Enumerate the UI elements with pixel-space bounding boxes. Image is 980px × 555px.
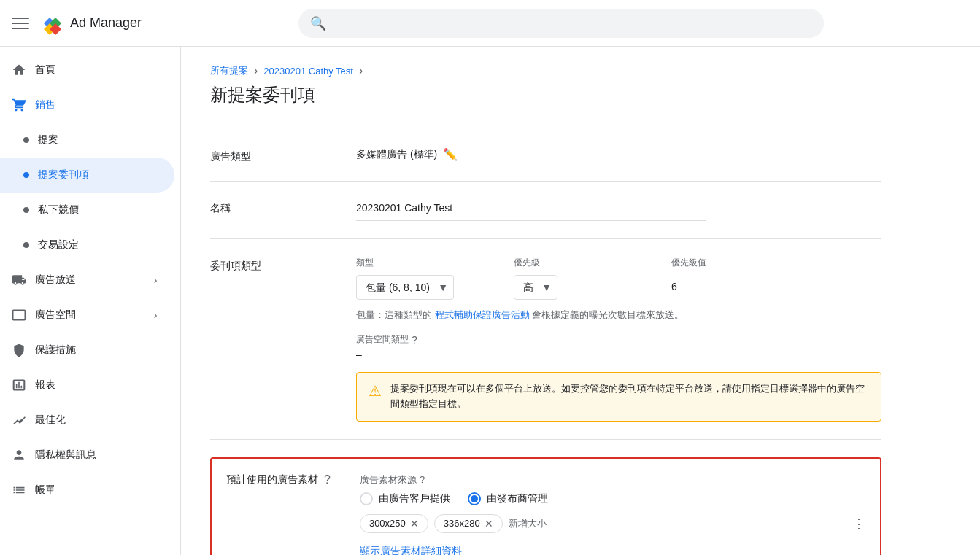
- creative-inner: 預計使用的廣告素材 ? 廣告素材來源 ? 由廣告客戶提供: [226, 473, 865, 555]
- search-box[interactable]: 🔍: [298, 9, 824, 38]
- sidebar-item-protection[interactable]: 保護措施: [0, 333, 174, 368]
- sidebar-item-account[interactable]: 帳單: [0, 473, 174, 508]
- size-336-label: 336x280: [444, 518, 480, 529]
- logo: Ad Manager: [41, 12, 142, 35]
- ad-type-value: 多媒體廣告 (標準) ✏️: [356, 147, 881, 161]
- home-icon: [12, 63, 26, 77]
- sidebar-item-reports[interactable]: 報表: [0, 368, 174, 403]
- sidebar-label-protection: 保護措施: [35, 344, 76, 357]
- more-options-icon[interactable]: ⋮: [852, 516, 865, 532]
- priority-select-wrapper: 高 ▼: [514, 275, 557, 300]
- type-select-wrapper: 包量 (6, 8, 10) ▼: [356, 275, 454, 300]
- person-icon: [12, 448, 26, 462]
- name-field-line: [356, 220, 706, 221]
- ad-type-value-container: 多媒體廣告 (標準) ✏️: [356, 147, 881, 163]
- logo-icon: [41, 12, 64, 35]
- priority-sublabel: 優先級: [514, 257, 660, 269]
- warning-box: ⚠ 提案委刊項現在可以在多個平台上放送。如要控管您的委刊項在特定平台放送，請使用…: [356, 372, 881, 422]
- name-input[interactable]: [356, 199, 881, 217]
- proposals-dot: [23, 137, 29, 143]
- sidebar-label-reports: 報表: [35, 379, 55, 392]
- topbar: Ad Manager 🔍: [0, 0, 980, 47]
- sidebar-item-private-auction[interactable]: 私下競價: [0, 193, 174, 228]
- radio-client-outer: [360, 492, 373, 505]
- source-help-icon[interactable]: ?: [420, 474, 425, 485]
- radio-publisher-inner: [471, 495, 478, 502]
- creative-controls: 廣告素材來源 ? 由廣告客戶提供: [360, 473, 865, 555]
- creative-source-label: 廣告素材來源 ?: [360, 473, 865, 486]
- sidebar-item-privacy[interactable]: 隱私權與訊息: [0, 438, 174, 473]
- priority-col: 優先級 高 ▼: [514, 257, 660, 300]
- sidebar: 首頁 銷售 提案 提案委刊項 私下競價 交易設定: [0, 47, 181, 555]
- content-area: 所有提案 › 20230201 Cathy Test › 新提案委刊項 廣告類型…: [181, 47, 980, 555]
- sidebar-label-ad-space: 廣告空間: [35, 308, 76, 322]
- page-title: 新提案委刊項: [210, 83, 881, 106]
- breadcrumb-root[interactable]: 所有提案: [210, 64, 248, 77]
- radio-group: 由廣告客戶提供 由發布商管理: [360, 492, 865, 505]
- size-tag-300[interactable]: 300x250 ✕: [360, 514, 428, 533]
- optimize-icon: [12, 413, 26, 427]
- sidebar-item-sales[interactable]: 銷售: [0, 88, 174, 123]
- type-select[interactable]: 包量 (6, 8, 10): [356, 275, 454, 300]
- add-size-label[interactable]: 新增大小: [509, 517, 547, 530]
- sidebar-label-sales: 銷售: [35, 98, 55, 112]
- delivery-type-value-container: 類型 包量 (6, 8, 10) ▼ 優先級: [356, 257, 881, 422]
- main-layout: 首頁 銷售 提案 提案委刊項 私下競價 交易設定: [0, 47, 980, 555]
- sidebar-item-proposal-line-items[interactable]: 提案委刊項: [0, 158, 174, 193]
- size-tags: 300x250 ✕ 336x280 ✕ 新增大小 ⋮: [360, 514, 865, 533]
- private-auction-dot: [23, 207, 29, 213]
- sidebar-item-ad-space[interactable]: 廣告空間 ›: [0, 298, 174, 333]
- truck-icon: [12, 273, 26, 287]
- radio-client[interactable]: 由廣告客戶提供: [360, 492, 450, 505]
- radio-client-label: 由廣告客戶提供: [379, 492, 450, 505]
- list-icon: [12, 483, 26, 497]
- sidebar-item-proposals[interactable]: 提案: [0, 123, 174, 158]
- breadcrumb-parent[interactable]: 20230201 Cathy Test: [263, 66, 353, 77]
- sidebar-item-optimization[interactable]: 最佳化: [0, 403, 174, 438]
- size-300-label: 300x250: [369, 518, 406, 529]
- edit-icon[interactable]: ✏️: [443, 147, 458, 161]
- breadcrumb-sep-2: ›: [359, 64, 363, 77]
- proposal-line-items-dot: [23, 172, 29, 178]
- chevron-right-icon: ›: [148, 273, 163, 287]
- breadcrumb-sep-1: ›: [254, 64, 258, 77]
- sidebar-item-ad-delivery[interactable]: 廣告放送 ›: [0, 263, 174, 298]
- priority-select[interactable]: 高: [514, 275, 557, 300]
- type-col: 類型 包量 (6, 8, 10) ▼: [356, 257, 502, 300]
- priority-score-col: 優先級值 6: [671, 257, 759, 300]
- radio-publisher-label: 由發布商管理: [487, 492, 548, 505]
- breadcrumb: 所有提案 › 20230201 Cathy Test ›: [210, 64, 881, 77]
- delivery-note-link[interactable]: 程式輔助保證廣告活動: [435, 309, 530, 320]
- ad-space-type-label: 廣告空間類型 ?: [356, 333, 881, 346]
- creative-help-icon[interactable]: ?: [324, 473, 331, 486]
- delivery-grid: 類型 包量 (6, 8, 10) ▼ 優先級: [356, 257, 881, 300]
- search-container: 🔍: [298, 9, 824, 38]
- cart-icon: [12, 98, 26, 112]
- size-336-close[interactable]: ✕: [485, 518, 493, 529]
- name-value-container: [356, 199, 881, 221]
- creative-section: 預計使用的廣告素材 ? 廣告素材來源 ? 由廣告客戶提供: [210, 457, 881, 555]
- priority-score-value: 6: [671, 275, 759, 292]
- sidebar-label-account: 帳單: [35, 484, 55, 497]
- radio-publisher-outer: [468, 492, 481, 505]
- sidebar-label-proposals: 提案: [38, 133, 58, 147]
- ad-type-label: 廣告類型: [210, 147, 327, 163]
- sidebar-item-transaction-settings[interactable]: 交易設定: [0, 228, 174, 263]
- ad-space-help-icon[interactable]: ?: [412, 334, 417, 346]
- sidebar-label-optimization: 最佳化: [35, 414, 66, 427]
- creative-header: 預計使用的廣告素材 ?: [226, 473, 331, 546]
- content-inner: 所有提案 › 20230201 Cathy Test › 新提案委刊項 廣告類型…: [181, 47, 911, 555]
- creative-title: 預計使用的廣告素材: [226, 473, 318, 486]
- name-section: 名稱: [210, 182, 881, 239]
- menu-button[interactable]: [12, 15, 29, 32]
- size-300-close[interactable]: ✕: [410, 518, 419, 529]
- size-tag-336[interactable]: 336x280 ✕: [434, 514, 503, 533]
- show-details-link[interactable]: 顯示廣告素材詳細資料: [360, 545, 865, 555]
- sidebar-label-private-auction: 私下競價: [38, 203, 79, 217]
- ad-space-dash: –: [356, 349, 881, 360]
- radio-publisher[interactable]: 由發布商管理: [468, 492, 548, 505]
- warning-icon: ⚠: [369, 382, 382, 412]
- sidebar-item-home[interactable]: 首頁: [0, 53, 174, 88]
- name-label: 名稱: [210, 199, 327, 221]
- ad-type-section: 廣告類型 多媒體廣告 (標準) ✏️: [210, 130, 881, 182]
